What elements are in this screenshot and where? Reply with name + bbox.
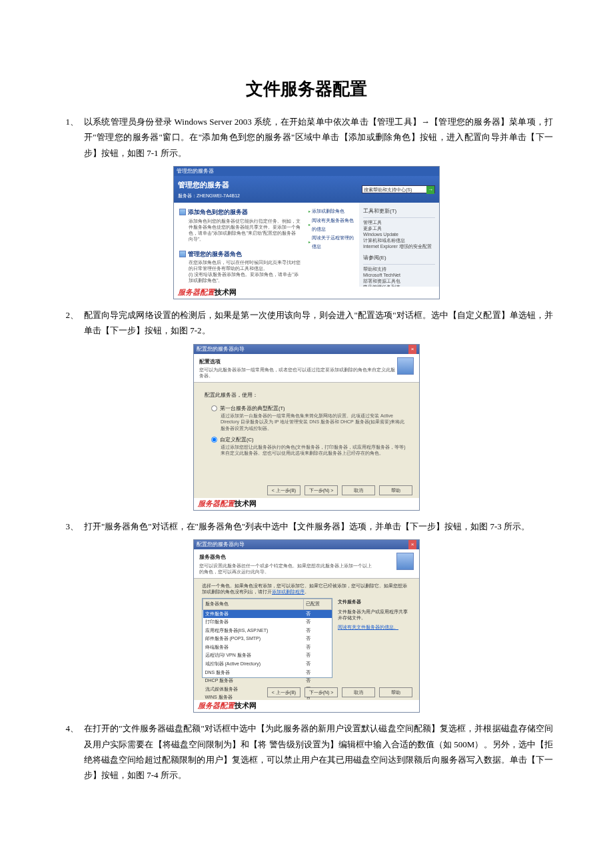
link-add-remove-role[interactable]: 添加或删除角色 <box>308 207 356 216</box>
link-item[interactable]: 帮助和支持 <box>363 266 435 272</box>
add-remove-programs-link[interactable]: 添加或删除程序 <box>272 589 305 594</box>
link-item[interactable]: Internet Explorer 增强的安全配置 <box>363 243 435 249</box>
dialog-subtitle: 您可以为此服务器添加一组常用角色，或者您也可以通过指定要添加或删除的角色来自定义… <box>199 367 397 379</box>
section-title: 管理您的服务器角色 <box>188 249 242 259</box>
list-item: 4、 在打开的"文件服务器磁盘配额"对话框中选中【为此服务器的新用户设置默认磁盘… <box>60 721 553 783</box>
link-item[interactable]: 部署和资源工具包 <box>363 278 435 284</box>
figure-7-3: 配置您的服务器向导× 服务器角色 您可以设置此服务器担任一个或多个特定角色。如果… <box>60 539 553 713</box>
server-icon <box>179 251 186 257</box>
list-item: 2、 配置向导完成网络设置的检测后，如果是第一次使用该向导，则会进入"配置选项"… <box>60 307 553 339</box>
step-number: 2、 <box>60 307 84 339</box>
server-icon <box>179 209 186 215</box>
screenshot-config-options: 配置您的服务器向导× 配置选项 您可以为此服务器添加一组常用角色，或者您也可以通… <box>193 344 420 511</box>
watermark: 服务器配置技术网 <box>174 287 439 299</box>
search-input[interactable]: 搜索帮助和支持中心(S) <box>362 185 435 193</box>
radio-label: 第一台服务器的典型配置(T) <box>220 404 285 413</box>
panel-title: 请参阅(E) <box>363 253 435 264</box>
table-row[interactable]: DHCP 服务器否 <box>203 677 332 685</box>
list-item: 1、 以系统管理员身份登录 Windows Server 2003 系统，在开始… <box>60 114 553 161</box>
watermark: 服务器配置技术网 <box>194 498 419 510</box>
table-row[interactable]: DNS 服务器否 <box>203 669 332 677</box>
panel-title: 工具和更新(T) <box>363 207 435 217</box>
table-row[interactable]: 域控制器 (Active Directory)否 <box>203 660 332 669</box>
table-row[interactable]: 文件服务器否 <box>203 609 332 618</box>
back-button[interactable]: < 上一步(B) <box>267 687 301 697</box>
figure-7-2: 配置您的服务器向导× 配置选项 您可以为此服务器添加一组常用角色，或者您也可以通… <box>60 344 553 511</box>
wizard-icon <box>396 553 414 570</box>
window-titlebar: 管理您的服务器 <box>174 167 439 176</box>
table-row[interactable]: 打印服务器否 <box>203 618 332 627</box>
link-read-roles[interactable]: 阅读有关服务器角色的信息 <box>308 217 356 233</box>
link-item[interactable]: Microsoft TechNet <box>363 272 435 278</box>
screenshot-server-role: 配置您的服务器向导× 服务器角色 您可以设置此服务器担任一个或多个特定角色。如果… <box>193 539 420 713</box>
close-icon[interactable]: × <box>408 540 416 549</box>
link-item[interactable]: 更多工具 <box>363 225 435 231</box>
dialog-title: 配置选项 <box>199 357 397 367</box>
detail-link[interactable]: 阅读有关文件服务器的信息。 <box>338 623 411 632</box>
step-text: 配置向导完成网络设置的检测后，如果是第一次使用该向导，则会进入"配置选项"对话框… <box>84 307 553 339</box>
table-row[interactable]: 终端服务器否 <box>203 643 332 652</box>
role-list[interactable]: 服务器角色已配置 文件服务器否 打印服务器否 应用程序服务器(IIS, ASP.… <box>202 598 332 678</box>
link-item[interactable]: 计算机和域名称信息 <box>363 237 435 243</box>
hint-text: 选择一个角色。如果角色没有添加，您可以添加它。如果它已经被添加，您可以删除它。如… <box>202 583 411 595</box>
col-configured: 已配置 <box>304 599 332 609</box>
step-text: 打开"服务器角色"对话框，在"服务器角色"列表中选中【文件服务器】选项，并单击【… <box>84 519 553 534</box>
detail-desc: 文件服务器为用户或应用程序共享并存储文件。 <box>338 609 411 621</box>
link-item[interactable]: 管理工具 <box>363 219 435 225</box>
cancel-button[interactable]: 取消 <box>342 687 375 697</box>
screenshot-manage-server: 管理您的服务器 管理您的服务器 服务器：ZHENGWEI-7A4B12 搜索帮助… <box>173 166 440 299</box>
step-number: 3、 <box>60 519 84 534</box>
window-titlebar: 配置您的服务器向导× <box>194 540 419 549</box>
table-row[interactable]: 应用程序服务器(IIS, ASP.NET)否 <box>203 627 332 635</box>
step-text: 以系统管理员身份登录 Windows Server 2003 系统，在开始菜单中… <box>84 114 553 161</box>
back-button[interactable]: < 上一步(B) <box>267 485 301 495</box>
step-number: 1、 <box>60 114 84 161</box>
figure-7-1: 管理您的服务器 管理您的服务器 服务器：ZHENGWEI-7A4B12 搜索帮助… <box>60 166 553 299</box>
dialog-title: 服务器角色 <box>199 553 372 562</box>
page-title: 文件服务器配置 <box>60 73 553 105</box>
help-button[interactable]: 帮助 <box>379 485 412 495</box>
list-item: 3、 打开"服务器角色"对话框，在"服务器角色"列表中选中【文件服务器】选项，并… <box>60 519 553 534</box>
cancel-button[interactable]: 取消 <box>342 485 375 495</box>
section-desc: 在您添加角色后，可以在任何时候回到此页来寻找对您的日常管理任务有帮助的工具和信息… <box>179 259 301 271</box>
watermark: 服务器配置技术网 <box>194 700 419 712</box>
window-header: 管理您的服务器 服务器：ZHENGWEI-7A4B12 搜索帮助和支持中心(S) <box>174 176 439 203</box>
next-button[interactable]: 下一步(N) > <box>305 687 338 697</box>
table-row[interactable]: 邮件服务器 (POP3, SMTP)否 <box>203 635 332 643</box>
dialog-subtitle: 您可以设置此服务器担任一个或多个特定角色。如果您想在此服务器上添加一个以上的角色… <box>199 563 372 575</box>
table-row[interactable]: 远程访问/ VPN 服务器否 <box>203 651 332 660</box>
section-title: 添加角色到您的服务器 <box>188 207 248 217</box>
close-icon[interactable]: × <box>408 345 416 354</box>
header-subtitle: 服务器：ZHENGWEI-7A4B12 <box>178 192 240 201</box>
help-button[interactable]: 帮助 <box>379 687 412 697</box>
step-text: 在打开的"文件服务器磁盘配额"对话框中选中【为此服务器的新用户设置默认磁盘空间配… <box>84 721 553 783</box>
link-item[interactable]: Windows Update <box>363 231 435 237</box>
header-title: 管理您的服务器 <box>178 179 240 192</box>
radio-typical[interactable] <box>211 405 217 411</box>
link-read-remote[interactable]: 阅读关于远程管理的信息 <box>308 234 356 251</box>
wizard-icon <box>397 357 414 375</box>
section-note: (i) 没有给该服务器添加角色。要添加角色，请单击"添加或删除角色"。 <box>179 271 301 283</box>
radio-label: 自定义配置(C) <box>220 435 253 445</box>
window-titlebar: 配置您的服务器向导× <box>194 345 419 354</box>
next-button[interactable]: 下一步(N) > <box>305 485 338 495</box>
step-number: 4、 <box>60 721 84 783</box>
detail-title: 文件服务器 <box>338 598 411 607</box>
field-label: 配置此服务器，使用： <box>205 391 408 400</box>
radio-desc: 通过添加第一台服务器的一组常用角色集来简化新网络的设置。此项通过安装 Activ… <box>211 413 408 431</box>
radio-custom[interactable] <box>211 437 217 443</box>
radio-desc: 通过添加您想让此服务器执行的角色(文件服务器，打印服务器，或应用程序服务器，等等… <box>211 444 408 456</box>
col-role: 服务器角色 <box>203 599 304 609</box>
section-desc: 添加角色到您的服务器使它能执行指定任务。例如，文件服务器角色使您的服务器能共享文… <box>179 218 301 242</box>
